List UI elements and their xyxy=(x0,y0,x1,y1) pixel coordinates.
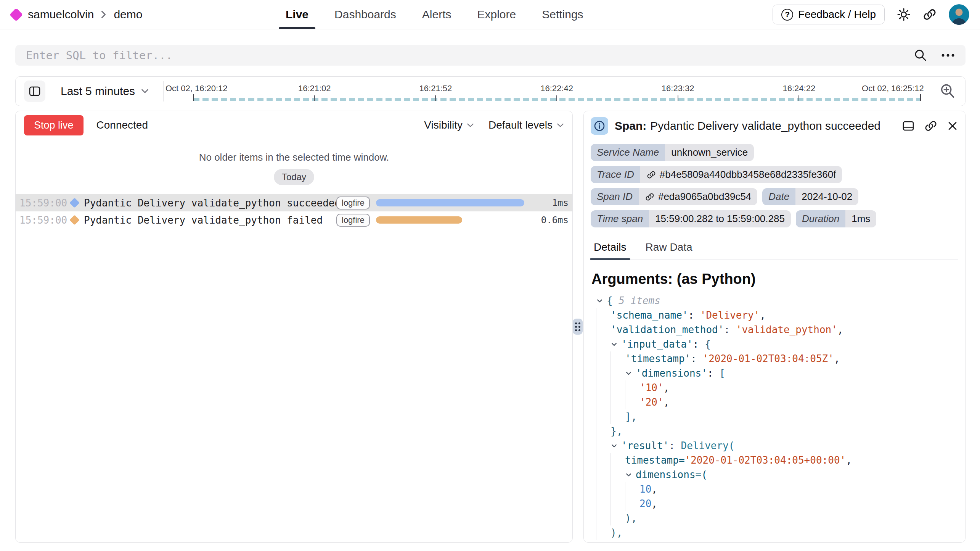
json-segment: 'Delivery' xyxy=(700,308,760,322)
log-message: Pydantic Delivery validate_python failed xyxy=(84,214,336,226)
attribute-badge: Service Nameunknown_service xyxy=(591,144,754,161)
chevron-down-icon xyxy=(141,89,149,94)
json-segment: , xyxy=(846,453,852,467)
json-segment: 'timestamp' xyxy=(625,351,691,366)
avatar[interactable] xyxy=(949,4,969,25)
copy-span-link-button[interactable] xyxy=(924,119,937,132)
timeline-tick-mark xyxy=(798,95,799,101)
default-levels-dropdown[interactable]: Default levels xyxy=(488,119,564,131)
log-row[interactable]: 15:59:00Pydantic Delivery validate_pytho… xyxy=(16,211,572,229)
json-segment: '2020-01-02T03:04:05Z' xyxy=(703,351,834,366)
visibility-dropdown[interactable]: Visibility xyxy=(424,119,474,131)
json-segment: 10 xyxy=(639,482,651,496)
tab-details[interactable]: Details xyxy=(593,237,627,259)
nav-live[interactable]: Live xyxy=(273,0,321,29)
indent-guide xyxy=(610,395,625,409)
json-segment: 'result' xyxy=(621,438,669,453)
indent-guide xyxy=(625,395,639,409)
indent-guide xyxy=(610,511,625,525)
collapse-chevron-icon[interactable] xyxy=(610,438,621,453)
indent-guide xyxy=(596,467,610,482)
attribute-badge: Date2024-10-02 xyxy=(762,188,858,205)
sql-filter-bar xyxy=(15,45,966,66)
nav-dashboards[interactable]: Dashboards xyxy=(321,0,409,29)
link-icon[interactable] xyxy=(645,192,655,202)
json-line: 20, xyxy=(591,496,958,511)
collapse-chevron-icon[interactable] xyxy=(625,366,636,380)
indent-guide xyxy=(610,496,625,511)
nav-alerts[interactable]: Alerts xyxy=(409,0,464,29)
json-segment: '20' xyxy=(639,395,664,409)
link-icon[interactable] xyxy=(646,170,656,180)
day-separator-badge: Today xyxy=(274,169,314,185)
json-segment: 'validation_method' xyxy=(610,322,724,337)
time-range-bar: Last 5 minutes Oct 02, 16:20:1216:21:021… xyxy=(15,76,966,106)
scope-tag: logfire xyxy=(336,197,370,209)
collapse-chevron-icon[interactable] xyxy=(596,293,607,308)
json-line: 'schema_name': 'Delivery', xyxy=(591,308,958,322)
theme-toggle-button[interactable] xyxy=(897,8,911,21)
visibility-label: Visibility xyxy=(424,119,463,131)
close-panel-button[interactable] xyxy=(947,120,958,132)
logfire-logo-icon[interactable] xyxy=(10,8,23,21)
share-link-button[interactable] xyxy=(923,8,937,21)
json-segment: { xyxy=(607,293,619,308)
attribute-badge: Span ID#eda9065a0bd39c54 xyxy=(591,188,757,205)
timeline-tick-mark xyxy=(920,94,921,101)
indent-guide xyxy=(625,380,639,395)
arguments-tree: { 5 items'schema_name': 'Delivery','vali… xyxy=(591,293,958,540)
project-name[interactable]: demo xyxy=(114,8,142,21)
attribute-value-text: 2024-10-02 xyxy=(802,191,852,203)
sidebar-toggle-button[interactable] xyxy=(24,81,45,102)
json-line: 'validation_method': 'validate_python', xyxy=(591,322,958,337)
nav-settings[interactable]: Settings xyxy=(529,0,596,29)
question-icon: ? xyxy=(781,9,793,21)
search-icon[interactable] xyxy=(914,48,927,62)
attribute-value: 2024-10-02 xyxy=(795,188,858,205)
breadcrumb: samuelcolvin demo xyxy=(11,0,142,29)
json-line: ), xyxy=(591,511,958,525)
json-segment: ), xyxy=(610,525,622,540)
time-range-selector[interactable]: Last 5 minutes xyxy=(61,85,149,98)
level-diamond-icon xyxy=(69,215,80,225)
org-name[interactable]: samuelcolvin xyxy=(28,8,94,21)
json-line: 'dimensions': [ xyxy=(591,366,958,380)
feedback-help-label: Feedback / Help xyxy=(798,8,876,21)
json-segment: , xyxy=(664,380,670,395)
panel-resize-handle[interactable] xyxy=(573,319,583,335)
log-row[interactable]: 15:59:00Pydantic Delivery validate_pytho… xyxy=(16,194,572,211)
attribute-value: unknown_service xyxy=(665,144,754,161)
json-segment: 5 items xyxy=(619,293,660,308)
nav-explore[interactable]: Explore xyxy=(464,0,529,29)
duration-bar xyxy=(376,199,524,206)
json-line: 'result': Delivery( xyxy=(591,438,958,453)
collapse-chevron-icon[interactable] xyxy=(610,337,621,351)
collapse-chevron-icon[interactable] xyxy=(625,467,636,482)
log-list: 15:59:00Pydantic Delivery validate_pytho… xyxy=(16,194,572,229)
more-options-icon[interactable] xyxy=(940,53,956,58)
level-diamond-icon xyxy=(69,198,80,208)
json-segment: , xyxy=(651,496,657,511)
duration-label: 1ms xyxy=(530,198,569,208)
attribute-badge: Duration1ms xyxy=(796,210,876,227)
attribute-value: #b4e5809a440dbb3458e68d2335fe360f xyxy=(640,166,842,183)
feedback-help-button[interactable]: ? Feedback / Help xyxy=(773,5,885,24)
attribute-label: Duration xyxy=(796,210,845,227)
open-in-card-button[interactable] xyxy=(902,119,915,132)
attribute-label: Trace ID xyxy=(591,166,640,183)
indent-guide xyxy=(596,438,610,453)
zoom-in-button[interactable] xyxy=(939,83,956,100)
attribute-value: #eda9065a0bd39c54 xyxy=(639,188,757,205)
json-segment: }, xyxy=(610,424,622,438)
json-line: 'timestamp': '2020-01-02T03:04:05Z', xyxy=(591,351,958,366)
json-line: }, xyxy=(591,424,958,438)
indent-guide xyxy=(610,409,625,424)
stop-live-button[interactable]: Stop live xyxy=(24,115,84,135)
tab-raw-data[interactable]: Raw Data xyxy=(645,237,693,259)
timeline[interactable]: Oct 02, 16:20:1216:21:0216:21:5216:22:42… xyxy=(193,77,920,106)
indent-guide xyxy=(596,511,610,525)
time-range-label: Last 5 minutes xyxy=(61,85,135,98)
attribute-label: Time span xyxy=(591,210,649,227)
sql-filter-input[interactable] xyxy=(25,48,914,62)
header-actions: ? Feedback / Help xyxy=(773,0,969,29)
